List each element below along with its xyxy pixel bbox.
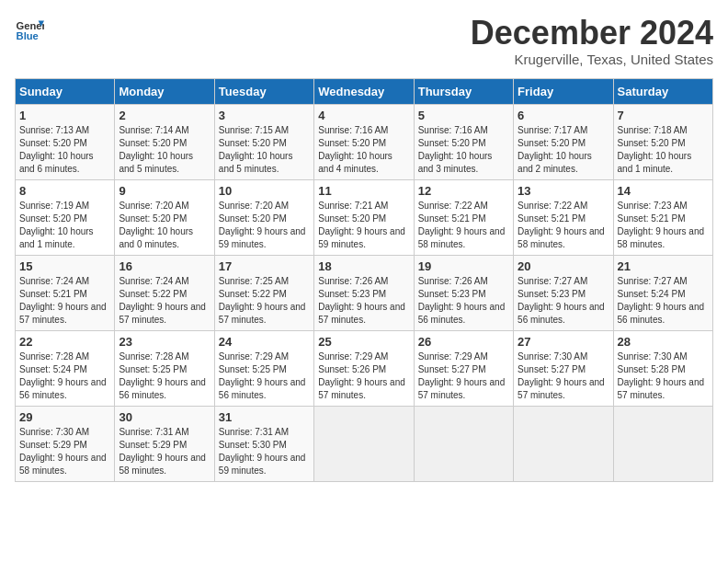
table-row: 6 Sunrise: 7:17 AM Sunset: 5:20 PM Dayli… [514,104,613,179]
table-row: 10 Sunrise: 7:20 AM Sunset: 5:20 PM Dayl… [214,179,313,255]
header-monday: Monday [115,78,214,104]
day-info: Sunrise: 7:30 AM Sunset: 5:29 PM Dayligh… [19,426,110,477]
table-row: 25 Sunrise: 7:29 AM Sunset: 5:26 PM Dayl… [314,330,414,406]
day-info: Sunrise: 7:29 AM Sunset: 5:25 PM Dayligh… [219,350,310,402]
header-wednesday: Wednesday [314,78,414,104]
table-row: 2 Sunrise: 7:14 AM Sunset: 5:20 PM Dayli… [115,104,214,179]
table-row: 3 Sunrise: 7:15 AM Sunset: 5:20 PM Dayli… [214,104,313,179]
table-row [414,406,513,481]
table-row: 22 Sunrise: 7:28 AM Sunset: 5:24 PM Dayl… [16,330,115,406]
table-row: 30 Sunrise: 7:31 AM Sunset: 5:29 PM Dayl… [115,406,214,481]
day-info: Sunrise: 7:25 AM Sunset: 5:22 PM Dayligh… [219,275,310,327]
day-number: 4 [318,109,409,122]
day-number: 29 [19,410,110,424]
table-row: 11 Sunrise: 7:21 AM Sunset: 5:20 PM Dayl… [314,179,414,255]
table-row: 29 Sunrise: 7:30 AM Sunset: 5:29 PM Dayl… [16,406,115,481]
table-row [613,406,712,481]
day-info: Sunrise: 7:24 AM Sunset: 5:22 PM Dayligh… [119,275,210,327]
day-info: Sunrise: 7:23 AM Sunset: 5:21 PM Dayligh… [618,200,709,251]
table-row: 12 Sunrise: 7:22 AM Sunset: 5:21 PM Dayl… [414,179,513,255]
day-info: Sunrise: 7:29 AM Sunset: 5:26 PM Dayligh… [318,350,409,402]
day-info: Sunrise: 7:24 AM Sunset: 5:21 PM Dayligh… [19,275,110,327]
day-info: Sunrise: 7:14 AM Sunset: 5:20 PM Dayligh… [119,124,210,176]
day-number: 16 [119,259,210,273]
day-info: Sunrise: 7:21 AM Sunset: 5:20 PM Dayligh… [318,200,409,251]
day-info: Sunrise: 7:29 AM Sunset: 5:27 PM Dayligh… [418,350,509,402]
page-header: General Blue December 2024 Krugerville, … [15,15,713,67]
day-number: 19 [418,259,509,273]
table-row: 24 Sunrise: 7:29 AM Sunset: 5:25 PM Dayl… [214,330,313,406]
header-tuesday: Tuesday [214,78,313,104]
day-number: 5 [418,109,509,122]
calendar-header: Sunday Monday Tuesday Wednesday Thursday… [16,78,713,104]
table-row: 23 Sunrise: 7:28 AM Sunset: 5:25 PM Dayl… [115,330,214,406]
day-number: 27 [518,335,609,349]
table-row: 5 Sunrise: 7:16 AM Sunset: 5:20 PM Dayli… [414,104,513,179]
calendar-body: 1 Sunrise: 7:13 AM Sunset: 5:20 PM Dayli… [16,104,713,481]
day-number: 25 [318,335,409,349]
day-number: 11 [318,184,409,198]
day-number: 9 [119,184,210,198]
day-info: Sunrise: 7:22 AM Sunset: 5:21 PM Dayligh… [518,200,609,251]
location: Krugerville, Texas, United States [471,52,713,67]
table-row: 9 Sunrise: 7:20 AM Sunset: 5:20 PM Dayli… [115,179,214,255]
month-title: December 2024 [471,15,713,52]
day-number: 13 [518,184,609,198]
day-info: Sunrise: 7:26 AM Sunset: 5:23 PM Dayligh… [318,275,409,327]
table-row: 1 Sunrise: 7:13 AM Sunset: 5:20 PM Dayli… [16,104,115,179]
day-info: Sunrise: 7:26 AM Sunset: 5:23 PM Dayligh… [418,275,509,327]
svg-text:Blue: Blue [17,30,39,41]
day-info: Sunrise: 7:15 AM Sunset: 5:20 PM Dayligh… [219,124,310,176]
header-sunday: Sunday [16,78,115,104]
day-number: 1 [19,109,110,122]
day-info: Sunrise: 7:20 AM Sunset: 5:20 PM Dayligh… [219,200,310,251]
day-number: 3 [219,109,310,122]
header-saturday: Saturday [613,78,712,104]
table-row: 27 Sunrise: 7:30 AM Sunset: 5:27 PM Dayl… [514,330,613,406]
day-info: Sunrise: 7:27 AM Sunset: 5:24 PM Dayligh… [618,275,709,327]
table-row: 20 Sunrise: 7:27 AM Sunset: 5:23 PM Dayl… [514,255,613,330]
day-number: 6 [518,109,609,122]
table-row: 16 Sunrise: 7:24 AM Sunset: 5:22 PM Dayl… [115,255,214,330]
table-row: 8 Sunrise: 7:19 AM Sunset: 5:20 PM Dayli… [16,179,115,255]
day-number: 2 [119,109,210,122]
day-number: 22 [19,335,110,349]
title-area: December 2024 Krugerville, Texas, United… [471,15,713,67]
day-info: Sunrise: 7:28 AM Sunset: 5:24 PM Dayligh… [19,350,110,402]
day-info: Sunrise: 7:30 AM Sunset: 5:28 PM Dayligh… [618,350,709,402]
day-info: Sunrise: 7:13 AM Sunset: 5:20 PM Dayligh… [19,124,110,176]
day-info: Sunrise: 7:19 AM Sunset: 5:20 PM Dayligh… [19,200,110,251]
day-number: 23 [119,335,210,349]
day-info: Sunrise: 7:22 AM Sunset: 5:21 PM Dayligh… [418,200,509,251]
day-info: Sunrise: 7:28 AM Sunset: 5:25 PM Dayligh… [119,350,210,402]
table-row [514,406,613,481]
day-number: 12 [418,184,509,198]
table-row: 13 Sunrise: 7:22 AM Sunset: 5:21 PM Dayl… [514,179,613,255]
day-number: 17 [219,259,310,273]
day-number: 24 [219,335,310,349]
day-info: Sunrise: 7:31 AM Sunset: 5:30 PM Dayligh… [219,426,310,477]
day-info: Sunrise: 7:16 AM Sunset: 5:20 PM Dayligh… [318,124,409,176]
day-info: Sunrise: 7:16 AM Sunset: 5:20 PM Dayligh… [418,124,509,176]
day-number: 15 [19,259,110,273]
table-row: 4 Sunrise: 7:16 AM Sunset: 5:20 PM Dayli… [314,104,414,179]
day-number: 8 [19,184,110,198]
day-info: Sunrise: 7:17 AM Sunset: 5:20 PM Dayligh… [518,124,609,176]
day-info: Sunrise: 7:20 AM Sunset: 5:20 PM Dayligh… [119,200,210,251]
day-number: 7 [618,109,709,122]
day-number: 10 [219,184,310,198]
table-row: 17 Sunrise: 7:25 AM Sunset: 5:22 PM Dayl… [214,255,313,330]
table-row: 15 Sunrise: 7:24 AM Sunset: 5:21 PM Dayl… [16,255,115,330]
day-info: Sunrise: 7:27 AM Sunset: 5:23 PM Dayligh… [518,275,609,327]
calendar-table: Sunday Monday Tuesday Wednesday Thursday… [15,78,713,482]
day-number: 26 [418,335,509,349]
day-number: 18 [318,259,409,273]
logo-icon: General Blue [15,15,44,44]
table-row: 28 Sunrise: 7:30 AM Sunset: 5:28 PM Dayl… [613,330,712,406]
day-info: Sunrise: 7:18 AM Sunset: 5:20 PM Dayligh… [618,124,709,176]
table-row: 26 Sunrise: 7:29 AM Sunset: 5:27 PM Dayl… [414,330,513,406]
day-info: Sunrise: 7:30 AM Sunset: 5:27 PM Dayligh… [518,350,609,402]
table-row: 21 Sunrise: 7:27 AM Sunset: 5:24 PM Dayl… [613,255,712,330]
table-row: 14 Sunrise: 7:23 AM Sunset: 5:21 PM Dayl… [613,179,712,255]
header-friday: Friday [514,78,613,104]
